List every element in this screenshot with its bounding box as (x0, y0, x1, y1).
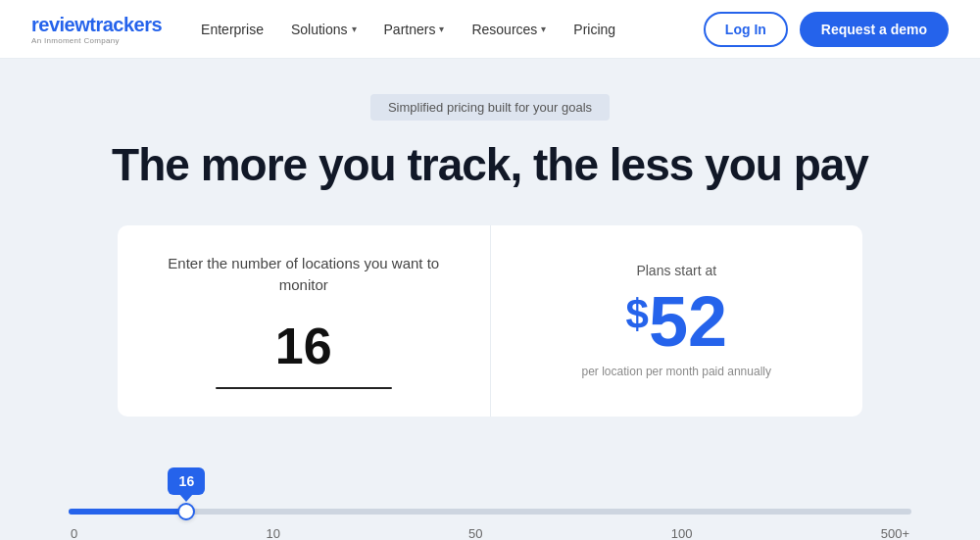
slider-label-50: 50 (468, 526, 482, 540)
slider-section: 16 0 10 50 100 500+ (49, 446, 931, 540)
nav-actions: Log In Request a demo (704, 12, 949, 47)
slider-label-0: 0 (71, 526, 77, 540)
slider-labels: 0 10 50 100 500+ (69, 526, 911, 540)
slider-bubble: 16 (168, 467, 205, 495)
price-sub: per location per month paid annually (582, 365, 771, 378)
nav-pricing[interactable]: Pricing (573, 22, 615, 37)
chevron-down-icon: ▾ (439, 24, 444, 34)
main-content: Simplified pricing built for your goals … (0, 59, 980, 540)
tag-badge: Simplified pricing built for your goals (370, 94, 610, 121)
locations-card: Enter the number of locations you want t… (118, 225, 491, 417)
price-card: Plans start at $ 52 per location per mon… (491, 225, 863, 417)
nav-links: Enterprise Solutions ▾ Partners ▾ Resour… (201, 22, 704, 37)
logo-sub: An Inmoment Company (31, 36, 162, 45)
nav-enterprise[interactable]: Enterprise (201, 22, 264, 37)
slider-label-100: 100 (671, 526, 693, 540)
navbar: reviewtrackers An Inmoment Company Enter… (0, 0, 980, 59)
plan-price: $ 52 (626, 286, 727, 357)
logo-review: review (31, 14, 89, 35)
chevron-down-icon: ▾ (541, 24, 546, 34)
nav-resources[interactable]: Resources ▾ (471, 22, 546, 37)
locations-label: Enter the number of locations you want t… (149, 253, 459, 297)
logo: reviewtrackers An Inmoment Company (31, 14, 162, 45)
slider-label-10: 10 (266, 526, 279, 540)
plan-starts-label: Plans start at (636, 263, 716, 278)
price-symbol: $ (626, 294, 649, 335)
login-button[interactable]: Log In (704, 12, 788, 47)
logo-text: reviewtrackers (31, 14, 162, 35)
hero-headline: The more you track, the less you pay (112, 140, 868, 190)
logo-trackers: trackers (89, 14, 162, 35)
chevron-down-icon: ▾ (352, 24, 357, 34)
request-demo-button[interactable]: Request a demo (800, 12, 949, 47)
slider-thumb-row: 16 (69, 446, 911, 505)
price-value: 52 (649, 286, 727, 357)
pricing-cards: Enter the number of locations you want t… (118, 225, 862, 417)
locations-value: 16 (275, 317, 332, 375)
slider-track (69, 509, 911, 515)
locations-underline (216, 387, 392, 389)
slider-label-500: 500+ (881, 526, 909, 540)
nav-solutions[interactable]: Solutions ▾ (291, 22, 357, 37)
nav-partners[interactable]: Partners ▾ (384, 22, 445, 37)
